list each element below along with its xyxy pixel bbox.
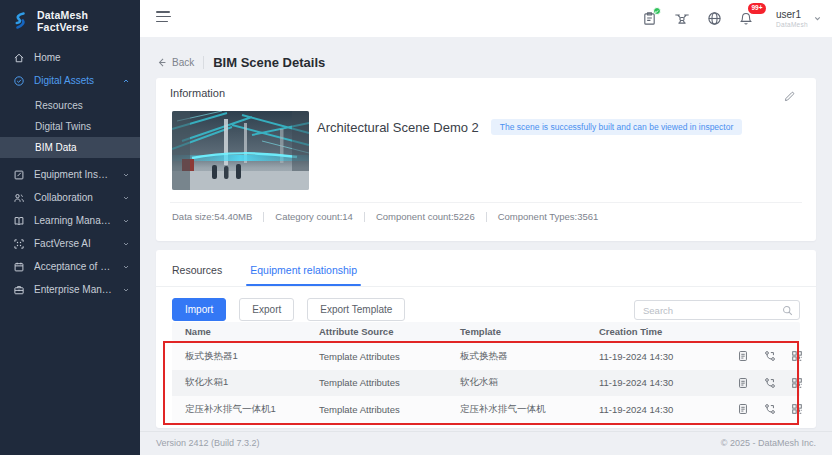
chevron-down-icon xyxy=(122,286,130,294)
cell-name: 软化水箱1 xyxy=(185,370,228,397)
chevron-down-icon xyxy=(122,171,130,179)
scene-status-badge: The scene is successfully built and can … xyxy=(491,119,742,135)
back-label: Back xyxy=(172,57,194,68)
sidebar-item-label: FactVerse AI xyxy=(34,238,91,249)
relationship-card: Resources Equipment relationship Import … xyxy=(156,250,816,428)
sidebar-item-label: Learning Management xyxy=(34,215,113,226)
chevron-down-icon xyxy=(122,217,130,225)
search-box xyxy=(634,300,800,320)
attribute-doc-icon[interactable] xyxy=(737,403,749,415)
export-template-button[interactable]: Export Template xyxy=(307,298,405,321)
sidebar-subitem-resources[interactable]: Resources xyxy=(0,95,140,116)
edit-pencil-icon[interactable] xyxy=(783,89,796,107)
brand-header: DataMesh FactVerse xyxy=(0,0,140,42)
sidebar-item-enterprise-management[interactable]: Enterprise Management xyxy=(0,278,140,301)
cell-attribute-source: Template Attributes xyxy=(319,343,400,370)
chevron-down-icon xyxy=(122,194,130,202)
attribute-doc-icon[interactable] xyxy=(737,350,749,362)
drone-icon[interactable] xyxy=(674,11,690,26)
scene-title-row: Architectural Scene Demo 2 The scene is … xyxy=(317,119,742,135)
page-title: BIM Scene Details xyxy=(213,55,325,70)
sidebar-subitem-digital-twins[interactable]: Digital Twins xyxy=(0,116,140,137)
cell-template: 板式换热器 xyxy=(460,343,508,370)
chevron-down-icon xyxy=(122,263,130,271)
chevron-down-icon xyxy=(813,14,822,23)
information-card: Information xyxy=(156,78,816,241)
qr-code-icon[interactable] xyxy=(791,350,803,362)
digital-assets-submenu: Resources Digital Twins BIM Data xyxy=(0,92,140,163)
book-icon xyxy=(13,215,25,227)
sidebar-item-learning-management[interactable]: Learning Management xyxy=(0,209,140,232)
user-info: user1 DataMesh xyxy=(776,9,808,28)
sidebar-item-factverse-ai[interactable]: FactVerse AI xyxy=(0,232,140,255)
tab-equipment-relationship[interactable]: Equipment relationship xyxy=(250,264,357,286)
information-card-title: Information xyxy=(170,87,225,99)
cell-attribute-source: Template Attributes xyxy=(319,396,400,423)
stat-separator xyxy=(263,212,264,222)
stat-component-count: Component count:5226 xyxy=(376,211,475,222)
hamburger-icon[interactable] xyxy=(156,11,171,24)
sidebar-item-collaboration[interactable]: Collaboration xyxy=(0,186,140,209)
arrow-left-icon xyxy=(156,57,167,68)
collaboration-icon xyxy=(13,192,25,204)
sidebar-item-equipment-inspection[interactable]: Equipment Inspection xyxy=(0,163,140,186)
toolbar: Import Export Export Template xyxy=(172,298,405,321)
qr-code-icon[interactable] xyxy=(791,377,803,389)
tabs: Resources Equipment relationship xyxy=(156,250,816,287)
globe-icon[interactable] xyxy=(707,11,722,26)
qr-code-icon[interactable] xyxy=(791,403,803,415)
cell-name: 定压补水排气一体机1 xyxy=(185,396,276,423)
relationship-icon[interactable] xyxy=(764,403,776,415)
sidebar-item-label: Digital Assets xyxy=(34,75,94,86)
table-row[interactable]: 定压补水排气一体机1 Template Attributes 定压补水排气一体机… xyxy=(172,396,800,423)
back-button[interactable]: Back xyxy=(156,57,194,68)
footer: Version 2412 (Build 7.3.2) © 2025 - Data… xyxy=(140,431,832,455)
user-name: user1 xyxy=(776,9,801,21)
equipment-table: Name Attribute Source Template Creation … xyxy=(172,322,800,423)
export-button[interactable]: Export xyxy=(239,298,294,321)
cell-creation-time: 11-19-2024 14:30 xyxy=(599,370,673,397)
search-input[interactable] xyxy=(643,305,782,316)
stat-separator xyxy=(486,212,487,222)
column-header-attribute-source: Attribute Source xyxy=(319,322,393,341)
app-window: DataMesh FactVerse Home Digital Assets xyxy=(0,0,832,455)
relationship-icon[interactable] xyxy=(764,350,776,362)
cell-name: 板式换热器1 xyxy=(185,343,238,370)
attribute-doc-icon[interactable] xyxy=(737,377,749,389)
sidebar: DataMesh FactVerse Home Digital Assets xyxy=(0,0,140,455)
column-header-creation-time: Creation Time xyxy=(599,322,662,341)
sidebar-item-home[interactable]: Home xyxy=(0,46,140,69)
clipboard-check-icon[interactable] xyxy=(642,11,657,26)
header-divider xyxy=(203,56,204,69)
table-header: Name Attribute Source Template Creation … xyxy=(172,322,800,341)
datamesh-logo-icon xyxy=(10,11,30,31)
sidebar-item-acceptance-of-work[interactable]: Acceptance of Work xyxy=(0,255,140,278)
chevron-up-icon xyxy=(122,77,130,85)
sidebar-item-digital-assets[interactable]: Digital Assets xyxy=(0,69,140,92)
tab-resources[interactable]: Resources xyxy=(172,264,222,286)
cell-template: 定压补水排气一体机 xyxy=(460,396,546,423)
import-button[interactable]: Import xyxy=(172,298,226,321)
cell-attribute-source: Template Attributes xyxy=(319,370,400,397)
sidebar-nav: Home Digital Assets Resources Digital Tw… xyxy=(0,42,140,301)
relationship-icon[interactable] xyxy=(764,377,776,389)
copyright-label: © 2025 - DataMesh Inc. xyxy=(721,438,816,448)
user-menu[interactable]: user1 DataMesh xyxy=(776,9,822,28)
page-header: Back BIM Scene Details xyxy=(156,55,325,70)
cell-creation-time: 11-19-2024 14:30 xyxy=(599,396,673,423)
sidebar-subitem-label: Digital Twins xyxy=(35,121,91,132)
digital-assets-icon xyxy=(13,75,25,87)
search-icon[interactable] xyxy=(782,305,793,316)
stat-separator xyxy=(364,212,365,222)
table-row[interactable]: 板式换热器1 Template Attributes 板式换热器 11-19-2… xyxy=(172,343,800,370)
sidebar-subitem-label: Resources xyxy=(35,100,83,111)
user-org: DataMesh xyxy=(776,21,808,28)
sidebar-item-label: Acceptance of Work xyxy=(34,261,113,272)
notification-count-badge: 99+ xyxy=(748,3,766,14)
table-row[interactable]: 软化水箱1 Template Attributes 软化水箱 11-19-202… xyxy=(172,370,800,397)
main-content: Back BIM Scene Details Information xyxy=(140,37,832,455)
chevron-down-icon xyxy=(122,240,130,248)
bell-icon[interactable]: 99+ xyxy=(739,11,753,26)
brand-name: DataMesh FactVerse xyxy=(37,9,134,33)
sidebar-subitem-bim-data[interactable]: BIM Data xyxy=(0,137,140,158)
